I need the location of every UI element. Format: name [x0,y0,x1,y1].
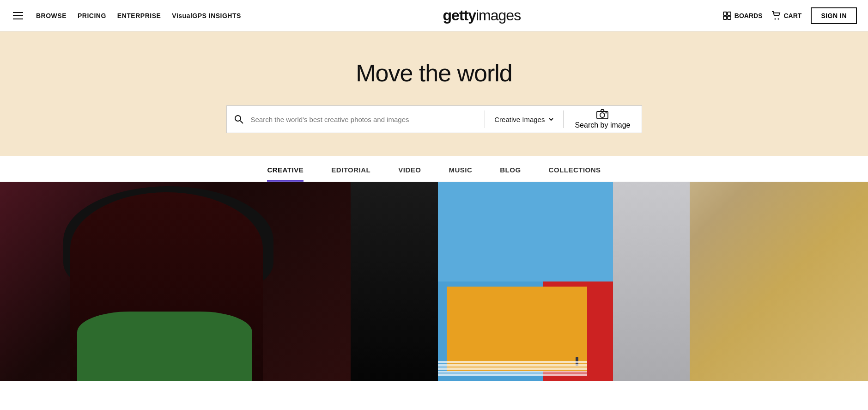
panel-geometric[interactable] [438,182,613,381]
svg-rect-1 [728,12,731,15]
nav-enterprise[interactable]: ENTERPRISE [117,12,161,19]
geo-bottom-area [438,281,613,381]
cart-label: CART [783,12,801,19]
nav-right: BOARDS CART SIGN IN [722,7,857,24]
tabs-nav: CREATIVE EDITORIAL VIDEO MUSIC BLOG COLL… [0,156,868,182]
panel-cheetahs-inner [613,182,868,381]
logo-bold: getty [443,7,476,24]
boards-label: BOARDS [734,12,763,19]
svg-point-4 [775,18,776,19]
woman-shirt [77,312,252,381]
svg-rect-2 [723,16,727,19]
nav-pricing[interactable]: PRICING [78,12,106,19]
panel-dark-inner [351,182,438,381]
panel-cheetahs[interactable] [613,182,868,381]
stripe-5 [438,373,587,376]
svg-line-7 [240,121,243,123]
hamburger-menu[interactable] [11,10,25,21]
panel-woman[interactable] [0,182,351,381]
svg-point-10 [606,112,607,114]
stripe-3 [438,367,587,370]
stripe-4 [438,371,587,373]
geo-blue-area [438,182,613,281]
search-icon-wrap[interactable] [227,106,251,133]
search-type-label: Creative Images [494,116,545,123]
search-bar: Creative Images Search by image [226,105,642,133]
tab-collections[interactable]: COLLECTIONS [549,166,601,182]
navbar: BROWSE PRICING ENTERPRISE VisualGPS INSI… [0,0,868,31]
images-grid [0,182,868,381]
panel-dark[interactable] [351,182,438,381]
logo-light: images [476,7,521,24]
search-by-image-button[interactable]: Search by image [564,106,641,133]
camera-icon [596,109,608,119]
boards-icon [722,11,732,20]
geo-stripes [438,361,587,376]
search-by-image-label: Search by image [575,121,630,129]
svg-point-6 [235,116,241,121]
tab-editorial[interactable]: EDITORIAL [331,166,370,182]
gray-section [613,182,689,381]
tab-music[interactable]: MUSIC [449,166,472,182]
sign-in-button[interactable]: SIGN IN [811,7,857,24]
boards-link[interactable]: BOARDS [722,11,763,20]
logo[interactable]: gettyimages [443,7,521,24]
geo-orange-square [447,287,587,371]
svg-point-9 [600,113,605,117]
search-icon [234,115,243,124]
stripe-1 [438,361,587,363]
search-type-selector[interactable]: Creative Images [485,106,563,133]
nav-center: gettyimages [241,7,722,24]
panel-geometric-inner [438,182,613,381]
svg-rect-3 [728,16,731,19]
tab-blog[interactable]: BLOG [500,166,521,182]
svg-rect-0 [723,12,727,15]
nav-visualgps[interactable]: VisualGPS INSIGHTS [172,12,241,19]
stripe-2 [438,364,587,367]
hero-title: Move the world [356,59,512,87]
chevron-down-icon [548,116,554,122]
nav-browse[interactable]: BROWSE [36,12,67,19]
tab-creative[interactable]: CREATIVE [267,166,303,182]
cart-link[interactable]: CART [771,11,801,20]
cart-icon [771,11,781,20]
svg-point-5 [778,18,779,19]
nav-left: BROWSE PRICING ENTERPRISE VisualGPS INSI… [11,10,241,21]
hero-section: Move the world Creative Images Search by [0,31,868,156]
search-input[interactable] [251,106,485,133]
panel-woman-inner [0,182,351,381]
tab-video[interactable]: VIDEO [398,166,421,182]
